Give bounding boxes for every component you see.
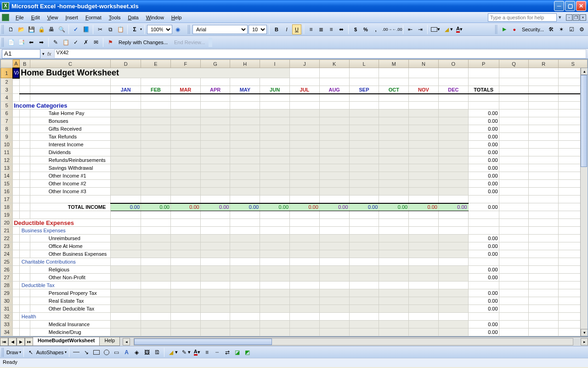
data-cell[interactable] (319, 321, 349, 328)
save-icon[interactable]: 💾 (27, 24, 36, 34)
data-cell[interactable] (379, 156, 409, 164)
row-header[interactable]: 4 (1, 94, 13, 102)
data-cell[interactable] (260, 149, 290, 156)
row-header[interactable]: 12 (1, 156, 13, 164)
hscroll-right-button[interactable]: ▸ (581, 338, 588, 345)
row-header[interactable]: 32 (1, 313, 13, 321)
row-label[interactable]: Other Business Expenses (30, 250, 111, 258)
data-cell[interactable] (141, 141, 171, 149)
decrease-indent-button[interactable]: ⇤ (406, 24, 415, 34)
col-header[interactable]: L (349, 60, 379, 68)
data-cell[interactable] (200, 297, 230, 305)
data-cell[interactable] (200, 328, 230, 336)
data-cell[interactable] (260, 109, 290, 117)
month-header[interactable]: NOV (409, 86, 439, 94)
data-cell[interactable] (170, 235, 200, 242)
end-review-button[interactable]: End Review... (171, 40, 208, 45)
data-cell[interactable] (349, 328, 379, 336)
month-header[interactable]: JUL (290, 86, 320, 94)
data-cell[interactable] (141, 242, 171, 250)
menu-help[interactable]: Help (168, 13, 186, 22)
total-cell[interactable]: 0.00 (468, 305, 499, 313)
line-color-icon[interactable]: ✎▾ (180, 347, 192, 357)
data-cell[interactable] (379, 250, 409, 258)
total-cell[interactable]: 0.00 (468, 250, 499, 258)
increase-decimal-button[interactable]: .00→ (381, 24, 390, 34)
data-cell[interactable] (319, 235, 349, 242)
data-cell[interactable] (379, 172, 409, 180)
data-cell[interactable] (438, 109, 468, 117)
row-header[interactable]: 24 (1, 250, 13, 258)
data-cell[interactable] (409, 266, 439, 274)
data-cell[interactable] (379, 141, 409, 149)
data-cell[interactable] (290, 250, 320, 258)
data-cell[interactable] (260, 250, 290, 258)
autosum-icon[interactable]: Σ (130, 24, 139, 34)
data-cell[interactable] (260, 156, 290, 164)
row-label[interactable]: Personal Propery Tax (30, 289, 111, 297)
row-label[interactable]: Real Estate Tax (30, 297, 111, 305)
tools-icon-2[interactable]: ✶ (557, 24, 566, 34)
data-cell[interactable] (290, 266, 320, 274)
data-cell[interactable] (200, 188, 230, 196)
arrow-tool-icon[interactable]: ↘ (82, 347, 91, 357)
month-total[interactable]: 0.00 (111, 203, 141, 211)
data-cell[interactable] (319, 164, 349, 172)
month-total[interactable]: 0.00 (319, 203, 349, 211)
formula-input[interactable]: VX42 (54, 49, 586, 58)
menu-view[interactable]: View (44, 13, 62, 22)
autoshapes-menu[interactable]: AutoShapes (36, 350, 64, 355)
data-cell[interactable] (409, 297, 439, 305)
data-cell[interactable] (260, 321, 290, 328)
row-label[interactable]: Other Income #2 (30, 180, 111, 188)
data-cell[interactable] (230, 321, 260, 328)
row-label[interactable]: Unreimbursed (30, 235, 111, 242)
total-cell[interactable]: 0.00 (468, 133, 499, 141)
subgroup-header[interactable]: Health (19, 313, 111, 321)
subgroup-header[interactable]: Deductible Tax (19, 282, 111, 289)
data-cell[interactable] (230, 117, 260, 125)
tab-next-button[interactable]: ▶ (17, 338, 25, 346)
data-cell[interactable] (141, 156, 171, 164)
data-cell[interactable] (379, 188, 409, 196)
data-cell[interactable] (111, 180, 141, 188)
spelling-icon[interactable]: ✓ (71, 24, 80, 34)
data-cell[interactable] (409, 172, 439, 180)
draw-menu[interactable]: Draw (6, 350, 18, 355)
data-cell[interactable] (111, 274, 141, 282)
data-cell[interactable] (260, 305, 290, 313)
data-cell[interactable] (260, 180, 290, 188)
maximize-button[interactable]: ▢ (565, 1, 575, 11)
data-cell[interactable] (200, 133, 230, 141)
data-cell[interactable] (349, 133, 379, 141)
horizontal-scrollbar[interactable] (134, 338, 573, 345)
data-cell[interactable] (141, 266, 171, 274)
data-cell[interactable] (379, 235, 409, 242)
data-cell[interactable] (379, 274, 409, 282)
clipart-icon[interactable]: 🖼 (142, 347, 152, 357)
col-header[interactable]: K (319, 60, 349, 68)
row-header[interactable]: 31 (1, 305, 13, 313)
row-label[interactable]: Other Income #3 (30, 188, 111, 196)
row-header[interactable]: 8 (1, 125, 13, 133)
total-cell[interactable]: 0.00 (468, 109, 499, 117)
data-cell[interactable] (230, 305, 260, 313)
data-cell[interactable] (349, 125, 379, 133)
data-cell[interactable] (319, 180, 349, 188)
menu-file[interactable]: File (12, 13, 28, 22)
data-cell[interactable] (438, 164, 468, 172)
tab-first-button[interactable]: ⏮ (0, 338, 8, 346)
month-total[interactable]: 0.00 (230, 203, 260, 211)
total-cell[interactable]: 0.00 (468, 235, 499, 242)
data-cell[interactable] (290, 156, 320, 164)
data-cell[interactable] (111, 109, 141, 117)
data-cell[interactable] (290, 180, 320, 188)
data-cell[interactable] (260, 297, 290, 305)
row-label[interactable]: Savings Withdrawal (30, 164, 111, 172)
data-cell[interactable] (141, 328, 171, 336)
data-cell[interactable] (379, 297, 409, 305)
totals-header[interactable]: TOTALS (468, 86, 499, 94)
data-cell[interactable] (200, 164, 230, 172)
total-cell[interactable]: 0.00 (468, 156, 499, 164)
month-header[interactable]: AUG (319, 86, 349, 94)
